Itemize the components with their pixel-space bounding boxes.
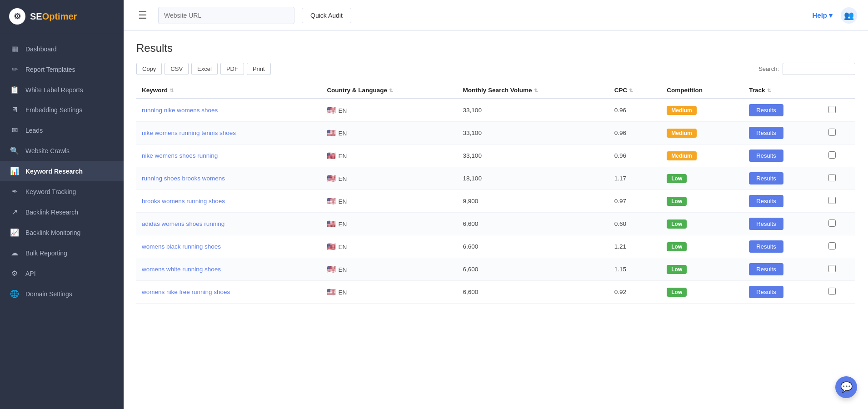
col-keyword[interactable]: Keyword⇅: [136, 82, 321, 99]
toolbar-pdf-button[interactable]: PDF: [220, 63, 244, 75]
sidebar-item-backlink-monitoring[interactable]: 📈 Backlink Monitoring: [0, 222, 124, 243]
results-table: Keyword⇅Country & Language⇅Monthly Searc…: [136, 82, 855, 304]
sidebar-item-domain-settings[interactable]: 🌐 Domain Settings: [0, 284, 124, 304]
flag-icon: 🇺🇸: [327, 152, 336, 160]
keyword-link[interactable]: running shoes brooks womens: [142, 175, 225, 182]
col-cpc[interactable]: CPC⇅: [609, 82, 661, 99]
track-cell: [823, 190, 855, 213]
quick-audit-button[interactable]: Quick Audit: [302, 8, 351, 23]
track-checkbox[interactable]: [828, 219, 836, 227]
sidebar-item-report-templates[interactable]: ✏ Report Templates: [0, 59, 124, 80]
sidebar-logo: ⚙ SEOptimer: [0, 0, 124, 33]
track-cell: [823, 258, 855, 281]
sidebar-label-keyword-tracking: Keyword Tracking: [25, 188, 76, 195]
sidebar-label-keyword-research: Keyword Research: [25, 168, 83, 175]
keyword-cell: brooks womens running shoes: [136, 190, 321, 213]
results-button[interactable]: Results: [749, 104, 783, 116]
toolbar-copy-button[interactable]: Copy: [136, 63, 162, 75]
results-button[interactable]: Results: [749, 240, 783, 253]
results-button[interactable]: Results: [749, 195, 783, 207]
help-button[interactable]: Help ▾: [812, 11, 833, 20]
track-checkbox[interactable]: [828, 288, 836, 295]
sidebar-item-keyword-research[interactable]: 📊 Keyword Research: [0, 161, 124, 181]
country-language-cell: 🇺🇸EN: [321, 258, 457, 281]
keyword-cell: running shoes brooks womens: [136, 167, 321, 190]
track-checkbox[interactable]: [828, 265, 836, 272]
sidebar-label-api: API: [25, 270, 36, 277]
keyword-link[interactable]: brooks womens running shoes: [142, 198, 225, 204]
language-label: EN: [338, 221, 347, 228]
keyword-cell: running nike womens shoes: [136, 99, 321, 122]
table-row: womens nike free running shoes🇺🇸EN6,6000…: [136, 281, 855, 304]
results-button[interactable]: Results: [749, 172, 783, 185]
keyword-link[interactable]: running nike womens shoes: [142, 107, 218, 114]
sidebar-item-website-crawls[interactable]: 🔍 Website Crawls: [0, 140, 124, 161]
sidebar-item-bulk-reporting[interactable]: ☁ Bulk Reporting: [0, 243, 124, 263]
country-language-cell: 🇺🇸EN: [321, 145, 457, 167]
col-country-language[interactable]: Country & Language⇅: [321, 82, 457, 99]
track-checkbox[interactable]: [828, 174, 836, 181]
sidebar-label-leads: Leads: [25, 127, 43, 134]
results-button[interactable]: Results: [749, 150, 783, 162]
sidebar-item-api[interactable]: ⚙ API: [0, 263, 124, 284]
flag-icon: 🇺🇸: [327, 265, 336, 273]
domain-settings-icon: 🌐: [10, 289, 19, 298]
toolbar-csv-button[interactable]: CSV: [165, 63, 189, 75]
logo-icon: ⚙: [9, 8, 25, 25]
competition-badge: Low: [667, 197, 687, 206]
volume-cell: 6,600: [458, 235, 609, 258]
sidebar-item-dashboard[interactable]: ▦ Dashboard: [0, 39, 124, 59]
sidebar-item-backlink-research[interactable]: ↗ Backlink Research: [0, 202, 124, 222]
results-button[interactable]: Results: [749, 286, 783, 298]
keyword-cell: womens black running shoes: [136, 235, 321, 258]
col-monthly-search[interactable]: Monthly Search Volume⇅: [458, 82, 609, 99]
competition-cell: Low: [661, 167, 743, 190]
avatar[interactable]: 👥: [841, 7, 857, 24]
sidebar-label-bulk-reporting: Bulk Reporting: [25, 249, 67, 257]
sidebar-item-embedding-settings[interactable]: 🖥 Embedding Settings: [0, 100, 124, 120]
sidebar-item-leads[interactable]: ✉ Leads: [0, 120, 124, 140]
track-checkbox[interactable]: [828, 129, 836, 136]
chat-bubble[interactable]: 💬: [835, 376, 857, 398]
report-templates-icon: ✏: [10, 65, 19, 74]
competition-badge: Low: [667, 219, 687, 229]
cpc-cell: 0.96: [609, 99, 661, 122]
toolbar-excel-button[interactable]: Excel: [191, 63, 218, 75]
backlink-monitoring-icon: 📈: [10, 228, 19, 237]
results-btn-cell: Results: [743, 190, 823, 213]
volume-cell: 18,100: [458, 167, 609, 190]
results-button[interactable]: Results: [749, 263, 783, 275]
language-label: EN: [338, 198, 347, 205]
competition-badge: Low: [667, 265, 687, 274]
track-checkbox[interactable]: [828, 106, 836, 113]
keyword-link[interactable]: womens white running shoes: [142, 266, 221, 273]
hamburger-button[interactable]: ☰: [135, 8, 151, 23]
sidebar-item-keyword-tracking[interactable]: ✒ Keyword Tracking: [0, 181, 124, 202]
keyword-link[interactable]: womens nike free running shoes: [142, 289, 230, 295]
sidebar-label-domain-settings: Domain Settings: [25, 290, 72, 298]
track-checkbox[interactable]: [828, 197, 836, 204]
search-input[interactable]: [783, 63, 855, 75]
keyword-cell: nike womens shoes running: [136, 145, 321, 167]
volume-cell: 33,100: [458, 99, 609, 122]
results-button[interactable]: Results: [749, 218, 783, 230]
language-label: EN: [338, 175, 347, 182]
track-cell: [823, 99, 855, 122]
keyword-research-icon: 📊: [10, 167, 19, 175]
competition-cell: Medium: [661, 99, 743, 122]
toolbar-print-button[interactable]: Print: [247, 63, 271, 75]
competition-cell: Low: [661, 190, 743, 213]
language-label: EN: [338, 244, 347, 250]
sidebar-item-white-label-reports[interactable]: 📋 White Label Reports: [0, 80, 124, 100]
competition-badge: Low: [667, 288, 687, 297]
competition-badge: Medium: [667, 106, 696, 115]
track-checkbox[interactable]: [828, 151, 836, 159]
track-checkbox[interactable]: [828, 242, 836, 249]
keyword-link[interactable]: womens black running shoes: [142, 243, 221, 250]
keyword-link[interactable]: adidas womens shoes running: [142, 220, 224, 227]
results-button[interactable]: Results: [749, 127, 783, 139]
col-track[interactable]: Track⇅: [743, 82, 823, 99]
keyword-link[interactable]: nike womens running tennis shoes: [142, 130, 236, 136]
keyword-link[interactable]: nike womens shoes running: [142, 152, 218, 159]
url-input[interactable]: [158, 7, 294, 24]
